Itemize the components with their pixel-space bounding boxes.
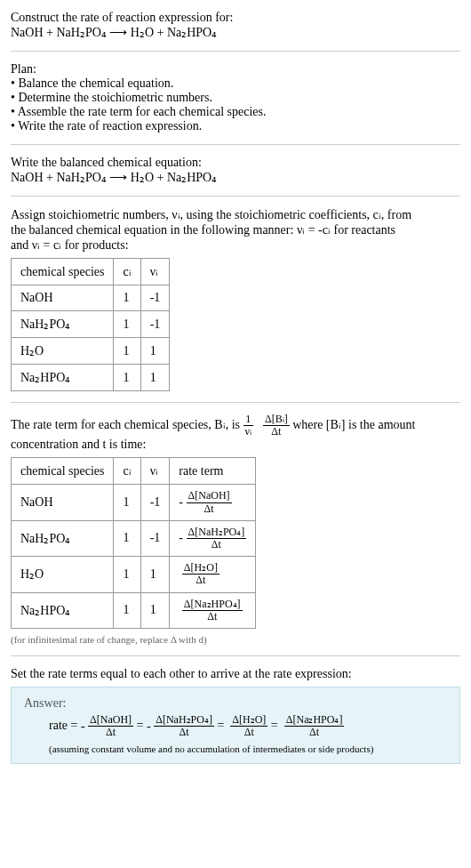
cell-c: 1	[114, 285, 140, 311]
frac-num: Δ[Na₂HPO₄]	[182, 599, 243, 611]
col-v: νᵢ	[140, 259, 170, 285]
plan-item: • Balance the chemical equation.	[11, 76, 460, 91]
problem-statement: Construct the rate of reaction expressio…	[11, 11, 460, 40]
col-c: cᵢ	[114, 259, 140, 285]
col-c: cᵢ	[114, 458, 140, 485]
fraction-1-over-nu: 1 νᵢ	[243, 414, 253, 438]
rate-fraction: Δ[Na₂HPO₄] Δt	[284, 714, 345, 738]
balanced-equation: NaOH + NaH₂PO₄ ⟶ H₂O + Na₂HPO₄	[11, 170, 460, 185]
cell-species: Na₂HPO₄	[12, 592, 114, 628]
neg-sign: -	[179, 531, 183, 545]
cell-v: -1	[140, 285, 170, 311]
table-row: NaOH 1 -1 - Δ[NaOH] Δt	[12, 485, 256, 520]
cell-c: 1	[114, 338, 140, 365]
cell-species: Na₂HPO₄	[12, 365, 114, 391]
frac-den: νᵢ	[243, 426, 253, 438]
rate-fraction: Δ[NaH₂PO₄] Δt	[187, 526, 247, 551]
stoich-intro-line: Assign stoichiometric numbers, νᵢ, using…	[11, 208, 411, 221]
frac-den: Δt	[182, 575, 220, 586]
frac-num: Δ[Na₂HPO₄]	[284, 714, 345, 727]
frac-num: Δ[H₂O]	[182, 562, 220, 575]
neg-sign: -	[147, 719, 151, 734]
col-v: νᵢ	[140, 458, 170, 485]
rate-fraction: Δ[NaOH] Δt	[187, 490, 232, 514]
table-row: NaH₂PO₄ 1 -1	[12, 311, 170, 338]
rate-intro-text: The rate term for each chemical species,…	[11, 418, 243, 431]
balanced-title: Write the balanced chemical equation:	[11, 156, 460, 170]
final-title: Set the rate terms equal to each other t…	[11, 667, 460, 681]
cell-c: 1	[114, 485, 140, 520]
cell-species: H₂O	[12, 338, 114, 365]
divider	[11, 144, 460, 145]
rate-expression: rate = - Δ[NaOH] Δt = - Δ[NaH₂PO₄] Δt = …	[24, 714, 447, 738]
rate-term-table: chemical species cᵢ νᵢ rate term NaOH 1 …	[11, 457, 256, 629]
plan-item: • Assemble the rate term for each chemic…	[11, 105, 460, 119]
table-row: H₂O 1 1 Δ[H₂O] Δt	[12, 557, 256, 592]
cell-v: 1	[140, 338, 170, 365]
rate-term-intro: The rate term for each chemical species,…	[11, 414, 460, 438]
frac-num: 1	[243, 414, 253, 426]
cell-v: 1	[140, 557, 170, 592]
neg-sign: -	[179, 495, 183, 510]
frac-den: Δt	[263, 426, 290, 438]
table-header-row: chemical species cᵢ νᵢ rate term	[12, 458, 256, 485]
frac-num: Δ[NaOH]	[88, 714, 133, 727]
divider	[11, 196, 460, 197]
cell-species: NaH₂PO₄	[12, 520, 114, 556]
frac-den: Δt	[182, 611, 243, 623]
cell-rate-term: Δ[Na₂HPO₄] Δt	[170, 592, 256, 628]
frac-num: Δ[NaOH]	[187, 490, 232, 502]
cell-v: 1	[140, 365, 170, 391]
equals: =	[137, 719, 147, 732]
frac-num: Δ[Bᵢ]	[263, 414, 290, 426]
stoichiometric-section: Assign stoichiometric numbers, νᵢ, using…	[11, 207, 460, 391]
balanced-equation-section: Write the balanced chemical equation: Na…	[11, 156, 460, 185]
plan-item: • Write the rate of reaction expression.	[11, 119, 460, 133]
cell-v: 1	[140, 592, 170, 628]
rate-fraction: Δ[H₂O] Δt	[182, 562, 220, 586]
plan-title: Plan:	[11, 62, 460, 76]
frac-num: Δ[NaH₂PO₄]	[154, 714, 214, 727]
rate-fraction: Δ[NaH₂PO₄] Δt	[154, 714, 214, 738]
rate-prefix: rate =	[49, 719, 81, 732]
cell-c: 1	[114, 365, 140, 391]
cell-species: H₂O	[12, 557, 114, 592]
col-rate-term: rate term	[170, 458, 256, 485]
cell-rate-term: Δ[H₂O] Δt	[170, 557, 256, 592]
problem-equation: NaOH + NaH₂PO₄ ⟶ H₂O + Na₂HPO₄	[11, 25, 460, 40]
frac-den: Δt	[230, 727, 267, 738]
table-header-row: chemical species cᵢ νᵢ	[12, 259, 170, 285]
plan-section: Plan: • Balance the chemical equation. •…	[11, 62, 460, 133]
cell-c: 1	[114, 520, 140, 556]
divider	[11, 655, 460, 656]
cell-c: 1	[114, 557, 140, 592]
neg-sign: -	[81, 719, 85, 734]
rate-fraction: Δ[Na₂HPO₄] Δt	[182, 599, 243, 623]
rate-intro-text: where [Bᵢ] is the amount	[292, 418, 415, 431]
cell-v: -1	[140, 311, 170, 338]
equals: =	[217, 719, 227, 732]
divider	[11, 51, 460, 52]
plan-item: • Determine the stoichiometric numbers.	[11, 91, 460, 105]
frac-num: Δ[H₂O]	[230, 714, 267, 727]
frac-den: Δt	[88, 727, 133, 738]
stoich-intro-line: the balanced chemical equation in the fo…	[11, 223, 395, 237]
cell-c: 1	[114, 592, 140, 628]
rate-term-section: The rate term for each chemical species,…	[11, 414, 460, 645]
cell-rate-term: - Δ[NaH₂PO₄] Δt	[170, 520, 256, 556]
cell-rate-term: - Δ[NaOH] Δt	[170, 485, 256, 520]
cell-v: -1	[140, 485, 170, 520]
table-row: NaH₂PO₄ 1 -1 - Δ[NaH₂PO₄] Δt	[12, 520, 256, 556]
problem-title: Construct the rate of reaction expressio…	[11, 11, 460, 25]
equals: =	[271, 719, 281, 732]
table-row: Na₂HPO₄ 1 1	[12, 365, 170, 391]
stoich-intro-line: and νᵢ = cᵢ for products:	[11, 238, 129, 252]
answer-box: Answer: rate = - Δ[NaOH] Δt = - Δ[NaH₂PO…	[11, 687, 460, 764]
cell-species: NaH₂PO₄	[12, 311, 114, 338]
rate-intro-text: concentration and t is time:	[11, 438, 460, 452]
col-species: chemical species	[12, 259, 114, 285]
stoichiometric-table: chemical species cᵢ νᵢ NaOH 1 -1 NaH₂PO₄…	[11, 258, 170, 391]
rate-fraction: Δ[H₂O] Δt	[230, 714, 267, 738]
cell-species: NaOH	[12, 485, 114, 520]
table-row: Na₂HPO₄ 1 1 Δ[Na₂HPO₄] Δt	[12, 592, 256, 628]
